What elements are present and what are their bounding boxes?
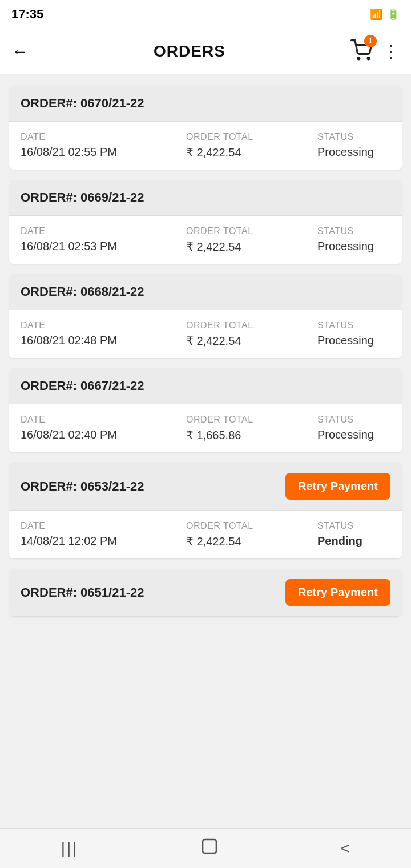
total-label-order-0667: ORDER TOTAL <box>186 415 317 425</box>
order-number-order-0670: ORDER#: 0670/21-22 <box>21 96 144 111</box>
status-col-order-0670: STATUS Processing <box>317 132 390 159</box>
total-col-order-0653: ORDER TOTAL ₹ 2,422.54 <box>186 521 317 548</box>
cart-button[interactable]: 1 <box>350 39 372 63</box>
status-value-order-0653: Pending <box>317 535 390 548</box>
date-value-order-0669: 16/08/21 02:53 PM <box>21 240 186 253</box>
order-details-order-0670: DATE 16/08/21 02:55 PM ORDER TOTAL ₹ 2,4… <box>9 122 402 170</box>
order-header-order-0653: ORDER#: 0653/21-22Retry Payment <box>9 463 402 511</box>
status-col-order-0667: STATUS Processing <box>317 415 390 442</box>
total-label-order-0669: ORDER TOTAL <box>186 226 317 236</box>
date-value-order-0667: 16/08/21 02:40 PM <box>21 428 186 441</box>
order-header-order-0667: ORDER#: 0667/21-22 <box>9 368 402 404</box>
total-label-order-0668: ORDER TOTAL <box>186 320 317 331</box>
battery-icon: 🔋 <box>387 8 400 21</box>
retry-payment-button-order-0653[interactable]: Retry Payment <box>285 473 390 500</box>
date-value-order-0653: 14/08/21 12:02 PM <box>21 535 186 548</box>
page-title: ORDERS <box>154 42 225 61</box>
order-header-order-0668: ORDER#: 0668/21-22 <box>9 274 402 310</box>
order-number-order-0669: ORDER#: 0669/21-22 <box>21 190 144 205</box>
order-number-order-0651: ORDER#: 0651/21-22 <box>21 585 144 600</box>
order-details-order-0669: DATE 16/08/21 02:53 PM ORDER TOTAL ₹ 2,4… <box>9 216 402 264</box>
order-header-order-0669: ORDER#: 0669/21-22 <box>9 180 402 216</box>
status-time: 17:35 <box>11 7 43 22</box>
status-value-order-0668: Processing <box>317 334 390 347</box>
status-value-order-0667: Processing <box>317 428 390 441</box>
date-col-order-0668: DATE 16/08/21 02:48 PM <box>21 320 186 348</box>
order-header-order-0670: ORDER#: 0670/21-22 <box>9 86 402 122</box>
order-card-order-0651: ORDER#: 0651/21-22Retry Payment <box>9 569 402 617</box>
date-col-order-0669: DATE 16/08/21 02:53 PM <box>21 226 186 254</box>
order-card-order-0653: ORDER#: 0653/21-22Retry Payment DATE 14/… <box>9 463 402 558</box>
date-label-order-0670: DATE <box>21 132 186 142</box>
order-details-order-0653: DATE 14/08/21 12:02 PM ORDER TOTAL ₹ 2,4… <box>9 511 402 558</box>
order-card-order-0669: ORDER#: 0669/21-22 DATE 16/08/21 02:53 P… <box>9 180 402 264</box>
menu-button[interactable]: ||| <box>61 839 79 858</box>
date-label-order-0669: DATE <box>21 226 186 236</box>
cart-badge: 1 <box>364 35 377 47</box>
more-button[interactable]: ⋮ <box>382 43 400 60</box>
back-button[interactable]: ← <box>11 42 29 61</box>
total-label-order-0670: ORDER TOTAL <box>186 132 317 142</box>
total-label-order-0653: ORDER TOTAL <box>186 521 317 531</box>
svg-point-0 <box>358 57 360 59</box>
status-value-order-0669: Processing <box>317 240 390 253</box>
order-details-order-0668: DATE 16/08/21 02:48 PM ORDER TOTAL ₹ 2,4… <box>9 310 402 358</box>
status-bar: 17:35 📶 🔋 <box>0 0 411 29</box>
status-label-order-0670: STATUS <box>317 132 390 142</box>
date-col-order-0670: DATE 16/08/21 02:55 PM <box>21 132 186 159</box>
bottom-nav: ||| < <box>0 828 411 868</box>
status-label-order-0668: STATUS <box>317 320 390 331</box>
status-label-order-0669: STATUS <box>317 226 390 236</box>
date-col-order-0667: DATE 16/08/21 02:40 PM <box>21 415 186 442</box>
date-label-order-0667: DATE <box>21 415 186 425</box>
retry-payment-button-order-0651[interactable]: Retry Payment <box>285 579 390 606</box>
signal-icon: 📶 <box>370 8 382 21</box>
total-value-order-0670: ₹ 2,422.54 <box>186 146 317 159</box>
status-icons: 📶 🔋 <box>370 8 400 21</box>
total-value-order-0669: ₹ 2,422.54 <box>186 240 317 254</box>
date-label-order-0668: DATE <box>21 320 186 331</box>
order-details-order-0667: DATE 16/08/21 02:40 PM ORDER TOTAL ₹ 1,6… <box>9 404 402 452</box>
order-card-order-0667: ORDER#: 0667/21-22 DATE 16/08/21 02:40 P… <box>9 368 402 452</box>
total-value-order-0668: ₹ 2,422.54 <box>186 334 317 348</box>
date-label-order-0653: DATE <box>21 521 186 531</box>
total-col-order-0667: ORDER TOTAL ₹ 1,665.86 <box>186 415 317 442</box>
order-number-order-0653: ORDER#: 0653/21-22 <box>21 479 144 494</box>
date-value-order-0668: 16/08/21 02:48 PM <box>21 334 186 347</box>
total-value-order-0667: ₹ 1,665.86 <box>186 428 317 442</box>
top-bar-actions: 1 ⋮ <box>350 39 400 63</box>
svg-point-1 <box>368 57 369 59</box>
top-bar: ← ORDERS 1 ⋮ <box>0 29 411 74</box>
status-col-order-0669: STATUS Processing <box>317 226 390 254</box>
date-col-order-0653: DATE 14/08/21 12:02 PM <box>21 521 186 548</box>
status-label-order-0667: STATUS <box>317 415 390 425</box>
orders-list: ORDER#: 0670/21-22 DATE 16/08/21 02:55 P… <box>0 74 411 628</box>
order-card-order-0668: ORDER#: 0668/21-22 DATE 16/08/21 02:48 P… <box>9 274 402 358</box>
order-card-order-0670: ORDER#: 0670/21-22 DATE 16/08/21 02:55 P… <box>9 86 402 170</box>
date-value-order-0670: 16/08/21 02:55 PM <box>21 146 186 159</box>
status-col-order-0668: STATUS Processing <box>317 320 390 348</box>
status-label-order-0653: STATUS <box>317 521 390 531</box>
total-col-order-0669: ORDER TOTAL ₹ 2,422.54 <box>186 226 317 254</box>
order-number-order-0668: ORDER#: 0668/21-22 <box>21 284 144 299</box>
total-col-order-0670: ORDER TOTAL ₹ 2,422.54 <box>186 132 317 159</box>
status-value-order-0670: Processing <box>317 146 390 159</box>
total-value-order-0653: ₹ 2,422.54 <box>186 535 317 548</box>
order-number-order-0667: ORDER#: 0667/21-22 <box>21 379 144 393</box>
total-col-order-0668: ORDER TOTAL ₹ 2,422.54 <box>186 320 317 348</box>
home-button[interactable] <box>200 837 219 859</box>
order-header-order-0651: ORDER#: 0651/21-22Retry Payment <box>9 569 402 617</box>
back-nav-button[interactable]: < <box>341 839 350 858</box>
status-col-order-0653: STATUS Pending <box>317 521 390 548</box>
svg-rect-2 <box>203 839 216 853</box>
